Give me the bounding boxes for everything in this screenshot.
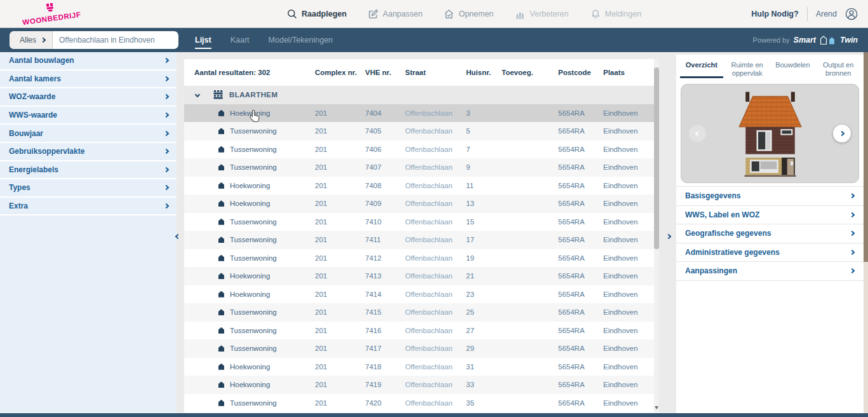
- col-huisnr: Huisnr.: [466, 69, 502, 76]
- sidebar-filter-item[interactable]: Aantal kamers: [0, 71, 177, 89]
- cell-straat: Offenbachlaan: [405, 127, 466, 135]
- table-row[interactable]: Tussenwoning 201 7420 Offenbachlaan 35 5…: [184, 394, 654, 413]
- table-body: Hoekwoning 201 7404 Offenbachlaan 3 5654…: [184, 104, 654, 414]
- section-label: Administratieve gegevens: [685, 248, 780, 257]
- cell-vhe: 7410: [365, 218, 405, 226]
- cell-huisnr: 7: [466, 146, 502, 153]
- table-row[interactable]: Tussenwoning 201 7415 Offenbachlaan 25 5…: [184, 303, 654, 322]
- page-scrollbar-thumb[interactable]: [864, 52, 868, 262]
- tab-overzicht[interactable]: Overzicht: [679, 55, 724, 83]
- sidebar-filter-item[interactable]: Extra: [0, 198, 177, 216]
- sidebar-filter-item[interactable]: Energielabels: [0, 161, 177, 180]
- nav-aanpassen[interactable]: Aanpassen: [368, 9, 423, 19]
- table-row[interactable]: Hoekwoning 201 7413 Offenbachlaan 21 565…: [184, 267, 654, 285]
- cell-complex: 201: [315, 381, 365, 388]
- filter-label: Gebruiksoppervlakte: [9, 147, 84, 156]
- cell-vhe: 7420: [365, 399, 405, 407]
- cell-type: Hoekwoning: [184, 272, 315, 280]
- tab-ruimte-oppervlak[interactable]: Ruimte en oppervlak: [724, 55, 770, 83]
- tab-bouwdelen[interactable]: Bouwdelen: [770, 55, 816, 83]
- tab-output-bronnen[interactable]: Output en bronnen: [815, 55, 861, 83]
- accordion-section[interactable]: WWS, Label en WOZ: [676, 206, 864, 225]
- brand-smart: Smart: [794, 36, 816, 44]
- type-label: Hoekwoning: [230, 109, 270, 117]
- table-row[interactable]: Tussenwoning 201 7410 Offenbachlaan 15 5…: [184, 213, 654, 231]
- accordion-section[interactable]: Geografische gegevens: [676, 224, 864, 243]
- house-icon: [218, 327, 224, 334]
- table-row[interactable]: Tussenwoning 201 7416 Offenbachlaan 27 5…: [184, 322, 654, 340]
- table-row[interactable]: Tussenwoning 201 7417 Offenbachlaan 29 5…: [184, 339, 654, 358]
- cell-type: Tussenwoning: [184, 254, 315, 262]
- cell-vhe: 7412: [365, 254, 405, 262]
- table-row[interactable]: Hoekwoning 201 7404 Offenbachlaan 3 5654…: [184, 104, 654, 123]
- nav-opnemen[interactable]: Opnemen: [444, 9, 493, 19]
- cell-complex: 201: [315, 327, 365, 334]
- tab-kaart[interactable]: Kaart: [230, 36, 250, 44]
- cell-postcode: 5654RA: [558, 200, 603, 207]
- table-scrollbar-thumb[interactable]: [654, 67, 659, 249]
- cell-complex: 201: [315, 399, 365, 407]
- table-row[interactable]: Hoekwoning 201 7414 Offenbachlaan 23 565…: [184, 285, 654, 304]
- sidebar-filter-item[interactable]: Bouwjaar: [0, 125, 177, 143]
- view-tabs: Lijst Kaart Model/Tekeningen: [195, 28, 333, 52]
- cell-plaats: Eindhoven: [603, 363, 654, 371]
- type-label: Hoekwoning: [230, 291, 270, 298]
- woonbedrijf-logo[interactable]: WOONBEDRIJF: [20, 0, 81, 27]
- sidebar-filter-item[interactable]: Aantal bouwlagen: [0, 52, 177, 71]
- filter-label: Extra: [9, 202, 28, 210]
- cell-complex: 201: [315, 291, 365, 298]
- table-row[interactable]: Tussenwoning 201 7411 Offenbachlaan 17 5…: [184, 231, 654, 249]
- nav-verbeteren: Verbeteren: [515, 9, 568, 19]
- cell-plaats: Eindhoven: [603, 345, 654, 352]
- search-scope-button[interactable]: Alles: [10, 31, 53, 49]
- cell-complex: 201: [315, 236, 365, 243]
- tab-model-tekeningen[interactable]: Model/Tekeningen: [269, 36, 333, 44]
- table-row[interactable]: Tussenwoning 201 7405 Offenbachlaan 5 56…: [184, 122, 654, 140]
- sidebar-filter-item[interactable]: WWS-waarde: [0, 107, 177, 125]
- accordion-section[interactable]: Basisgegevens: [676, 187, 864, 206]
- accordion-section[interactable]: Administratieve gegevens: [676, 243, 864, 263]
- table-row[interactable]: Hoekwoning 201 7418 Offenbachlaan 31 565…: [184, 358, 654, 376]
- sidebar-collapse-handle[interactable]: [176, 229, 180, 241]
- table-row[interactable]: Tussenwoning 201 7406 Offenbachlaan 7 56…: [184, 140, 654, 159]
- cell-huisnr: 3: [466, 109, 502, 117]
- scrollbar-down-arrow[interactable]: [655, 406, 658, 409]
- sidebar-filter-item[interactable]: Gebruiksoppervlakte: [0, 143, 177, 161]
- type-label: Tussenwoning: [230, 236, 277, 243]
- cell-vhe: 7413: [365, 272, 405, 280]
- house-icon: [218, 309, 224, 315]
- filter-label: Bouwjaar: [9, 129, 43, 138]
- nav-raadplegen[interactable]: Raadplegen: [287, 9, 347, 19]
- group-row-blaarthem[interactable]: BLAARTHEM: [184, 86, 654, 104]
- carousel-next-button[interactable]: [833, 125, 851, 142]
- cell-postcode: 5654RA: [558, 218, 603, 226]
- sidebar-filter-item[interactable]: Types: [0, 179, 177, 198]
- cell-vhe: 7411: [365, 236, 405, 243]
- brand-twin: Twin: [840, 36, 858, 44]
- cell-straat: Offenbachlaan: [405, 363, 466, 371]
- panel-collapse-handle[interactable]: [667, 229, 671, 241]
- tab-lijst[interactable]: Lijst: [195, 36, 211, 44]
- type-label: Hoekwoning: [230, 363, 270, 371]
- cell-plaats: Eindhoven: [603, 381, 654, 388]
- cell-huisnr: 33: [466, 381, 502, 388]
- table-row[interactable]: Hoekwoning 201 7419 Offenbachlaan 33 565…: [184, 376, 654, 394]
- bottom-bar: [0, 413, 868, 417]
- cell-postcode: 5654RA: [558, 327, 603, 334]
- table-row[interactable]: Tussenwoning 201 7412 Offenbachlaan 19 5…: [184, 249, 654, 268]
- help-link[interactable]: Hulp Nodig?: [751, 10, 798, 18]
- accordion-section[interactable]: Aanpassingen: [676, 262, 864, 281]
- cell-type: Tussenwoning: [184, 127, 315, 135]
- cell-huisnr: 13: [466, 200, 502, 207]
- search-input[interactable]: [53, 31, 178, 49]
- table-row[interactable]: Hoekwoning 201 7409 Offenbachlaan 13 565…: [184, 195, 654, 213]
- sidebar-filter-item[interactable]: WOZ-waarde: [0, 88, 177, 107]
- cell-complex: 201: [315, 254, 365, 262]
- cell-huisnr: 27: [466, 327, 502, 334]
- cell-vhe: 7404: [365, 109, 405, 117]
- table-row[interactable]: Tussenwoning 201 7407 Offenbachlaan 9 56…: [184, 158, 654, 177]
- type-label: Hoekwoning: [230, 381, 270, 388]
- table-row[interactable]: Hoekwoning 201 7408 Offenbachlaan 11 565…: [184, 177, 654, 195]
- carousel-prev-button[interactable]: [689, 125, 706, 142]
- avatar-icon[interactable]: [845, 8, 858, 20]
